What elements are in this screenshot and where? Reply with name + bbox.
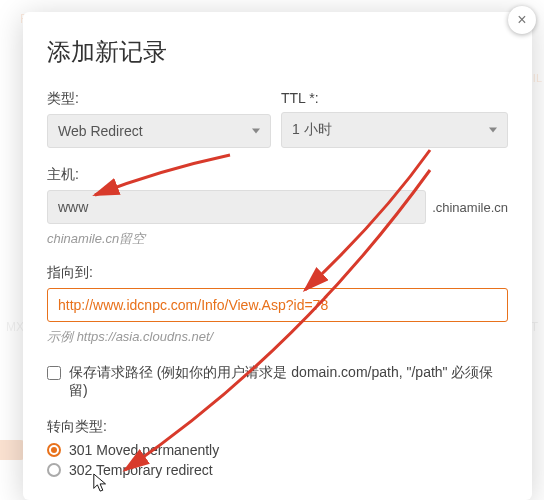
host-input[interactable]	[47, 190, 426, 224]
radio-302-label: 302 Temporary redirect	[69, 462, 213, 478]
radio-301[interactable]	[47, 443, 61, 457]
type-label: 类型:	[47, 90, 271, 108]
radio-302-row[interactable]: 302 Temporary redirect	[47, 462, 508, 478]
ttl-label: TTL *:	[281, 90, 508, 106]
host-suffix: .chinamile.cn	[432, 200, 508, 215]
target-input[interactable]	[47, 288, 508, 322]
host-hint: chinamile.cn留空	[47, 230, 508, 248]
type-select[interactable]: Web Redirect	[47, 114, 271, 148]
radio-302[interactable]	[47, 463, 61, 477]
keep-path-checkbox[interactable]	[47, 366, 61, 380]
ttl-select[interactable]: 1 小时	[281, 112, 508, 148]
add-record-modal: × 添加新记录 类型: Web Redirect TTL *: 1 小时 主机:…	[23, 12, 532, 500]
target-example: 示例 https://asia.cloudns.net/	[47, 328, 508, 346]
type-value: Web Redirect	[58, 123, 143, 139]
modal-title: 添加新记录	[47, 36, 508, 68]
redirect-type-label: 转向类型:	[47, 418, 508, 436]
close-icon: ×	[517, 11, 526, 28]
radio-301-label: 301 Moved permanently	[69, 442, 219, 458]
host-label: 主机:	[47, 166, 508, 184]
keep-path-label: 保存请求路径 (例如你的用户请求是 domain.com/path, "/pat…	[69, 364, 508, 400]
close-button[interactable]: ×	[508, 6, 536, 34]
target-label: 指向到:	[47, 264, 508, 282]
radio-301-row[interactable]: 301 Moved permanently	[47, 442, 508, 458]
ttl-value: 1 小时	[292, 121, 332, 137]
